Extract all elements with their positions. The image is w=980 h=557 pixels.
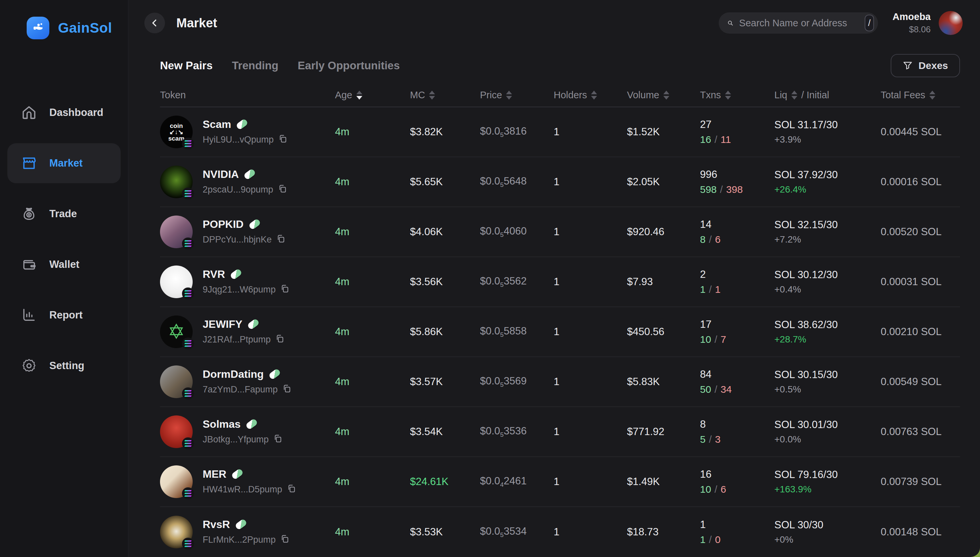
copy-icon[interactable] bbox=[278, 134, 287, 146]
mc-cell: $24.61K bbox=[410, 476, 480, 488]
tab-trending[interactable]: Trending bbox=[232, 59, 278, 72]
token-name: Solmas bbox=[203, 418, 241, 430]
mc-cell: $3.56K bbox=[410, 276, 480, 288]
pump-pill-icon bbox=[268, 368, 281, 380]
dexes-label: Dexes bbox=[919, 60, 948, 71]
holders-cell: 1 bbox=[554, 126, 627, 138]
table-row[interactable]: coin ↙↓↘ scam Scam HyiL9U...vQpump 4m $3… bbox=[160, 107, 960, 157]
solana-badge-icon bbox=[182, 487, 194, 499]
volume-cell: $5.83K bbox=[627, 376, 700, 388]
sort-icon bbox=[506, 91, 512, 99]
back-button[interactable] bbox=[144, 13, 165, 33]
sidebar-item-market[interactable]: Market bbox=[7, 143, 121, 183]
price-cell: $0.055858 bbox=[480, 325, 554, 339]
search-bar[interactable]: / bbox=[719, 12, 878, 34]
col-header-token: Token bbox=[160, 90, 335, 101]
liq-cell: SOL 30.15/30+0.5% bbox=[775, 369, 881, 395]
tab-new-pairs[interactable]: New Pairs bbox=[160, 59, 213, 72]
table-row[interactable]: NVIDIA 2pscaU...9opump 4m $5.65K $0.0556… bbox=[160, 157, 960, 207]
copy-icon[interactable] bbox=[280, 534, 289, 546]
pairs-table: Token Age MC Price Holders Volume Txns L… bbox=[128, 83, 980, 557]
copy-icon[interactable] bbox=[278, 184, 287, 196]
tab-early-opportunities[interactable]: Early Opportunities bbox=[298, 59, 400, 72]
token-avatar bbox=[160, 415, 192, 448]
solana-badge-icon bbox=[182, 337, 194, 349]
table-row[interactable]: MER HW41wR...D5pump 4m $24.61K $0.042461… bbox=[160, 457, 960, 507]
holders-cell: 1 bbox=[554, 476, 627, 488]
solana-badge-icon bbox=[182, 537, 194, 550]
pump-pill-icon bbox=[229, 268, 242, 280]
table-row[interactable]: DormDating 7azYmD...Fapump 4m $3.57K $0.… bbox=[160, 357, 960, 407]
token-avatar bbox=[160, 365, 192, 398]
token-avatar: ✡ bbox=[160, 316, 192, 348]
liq-cell: SOL 32.15/30+7.2% bbox=[775, 219, 881, 245]
table-row[interactable]: Solmas JBotkg...Yfpump 4m $3.54K $0.0535… bbox=[160, 407, 960, 457]
table-row[interactable]: RVR 9Jqg21...W6pump 4m $3.56K $0.053562 … bbox=[160, 257, 960, 307]
token-address: DPPcYu...hbjnKe bbox=[203, 235, 272, 245]
col-header-holders[interactable]: Holders bbox=[554, 90, 627, 101]
fees-cell: 0.00763 SOL bbox=[881, 426, 960, 438]
copy-icon[interactable] bbox=[280, 284, 289, 296]
txns-cell: 148/6 bbox=[700, 218, 775, 245]
token-address: JBotkg...Yfpump bbox=[203, 435, 269, 445]
col-header-volume[interactable]: Volume bbox=[627, 90, 700, 101]
sort-icon bbox=[356, 91, 362, 99]
liq-cell: SOL 37.92/30+26.4% bbox=[775, 169, 881, 195]
mc-cell: $3.53K bbox=[410, 526, 480, 538]
col-header-total-fees[interactable]: Total Fees bbox=[881, 90, 960, 101]
volume-cell: $7.93 bbox=[627, 276, 700, 288]
sidebar-item-trade[interactable]: Trade bbox=[7, 194, 121, 234]
volume-cell: $18.73 bbox=[627, 526, 700, 538]
sidebar-item-wallet[interactable]: Wallet bbox=[7, 244, 121, 285]
pump-pill-icon bbox=[245, 418, 258, 430]
table-row[interactable]: RvsR FLrMnK...2Ppump 4m $3.53K $0.053534… bbox=[160, 507, 960, 557]
col-header-liq-initial[interactable]: Liq/ Initial bbox=[775, 90, 881, 101]
token-address: HyiL9U...vQpump bbox=[203, 135, 274, 145]
store-icon bbox=[21, 156, 37, 171]
copy-icon[interactable] bbox=[287, 484, 296, 496]
token-name: Scam bbox=[203, 118, 231, 130]
app-window: GainSol Dashboard Market Trade Wallet Re… bbox=[0, 0, 980, 557]
pump-pill-icon bbox=[231, 468, 244, 480]
table-row[interactable]: POPKID DPPcYu...hbjnKe 4m $4.06K $0.0540… bbox=[160, 207, 960, 257]
token-avatar bbox=[160, 215, 192, 248]
txns-cell: 85/3 bbox=[700, 419, 775, 445]
copy-icon[interactable] bbox=[273, 434, 282, 446]
copy-icon[interactable] bbox=[276, 234, 285, 246]
price-cell: $0.054060 bbox=[480, 225, 554, 239]
solana-badge-icon bbox=[182, 187, 194, 200]
col-header-age[interactable]: Age bbox=[335, 90, 410, 101]
token-address: 9Jqg21...W6pump bbox=[203, 285, 276, 295]
age-cell: 4m bbox=[335, 226, 410, 238]
token-name: DormDating bbox=[203, 368, 264, 380]
copy-icon[interactable] bbox=[282, 384, 291, 396]
gainsol-logo-icon bbox=[27, 17, 49, 39]
sidebar-item-dashboard[interactable]: Dashboard bbox=[7, 93, 121, 133]
user-avatar[interactable] bbox=[939, 11, 963, 35]
liq-cell: SOL 30.01/30+0.0% bbox=[775, 419, 881, 445]
sidebar-item-setting[interactable]: Setting bbox=[7, 346, 121, 386]
col-header-mc[interactable]: MC bbox=[410, 90, 480, 101]
app-logo[interactable]: GainSol bbox=[7, 17, 121, 39]
token-name: POPKID bbox=[203, 218, 244, 231]
token-avatar bbox=[160, 466, 192, 498]
sidebar-item-label: Market bbox=[49, 157, 83, 169]
dexes-filter-button[interactable]: Dexes bbox=[891, 54, 960, 77]
col-header-txns[interactable]: Txns bbox=[700, 90, 775, 101]
search-input[interactable] bbox=[739, 18, 865, 29]
sort-icon bbox=[725, 91, 731, 99]
sidebar-item-report[interactable]: Report bbox=[7, 295, 121, 335]
volume-cell: $2.05K bbox=[627, 176, 700, 188]
liq-cell: SOL 79.16/30+163.9% bbox=[775, 469, 881, 495]
table-row[interactable]: ✡ JEWIFY J21RAf...Ptpump 4m $5.86K $0.05… bbox=[160, 307, 960, 357]
age-cell: 4m bbox=[335, 476, 410, 488]
token-avatar: coin ↙↓↘ scam bbox=[160, 116, 192, 148]
token-address: FLrMnK...2Ppump bbox=[203, 535, 276, 545]
holders-cell: 1 bbox=[554, 376, 627, 388]
user-info: Amoeba $8.06 bbox=[893, 11, 931, 35]
copy-icon[interactable] bbox=[276, 334, 284, 346]
price-cell: $0.053816 bbox=[480, 125, 554, 138]
col-header-price[interactable]: Price bbox=[480, 90, 554, 101]
sort-icon bbox=[429, 91, 435, 99]
sort-icon bbox=[791, 91, 797, 99]
